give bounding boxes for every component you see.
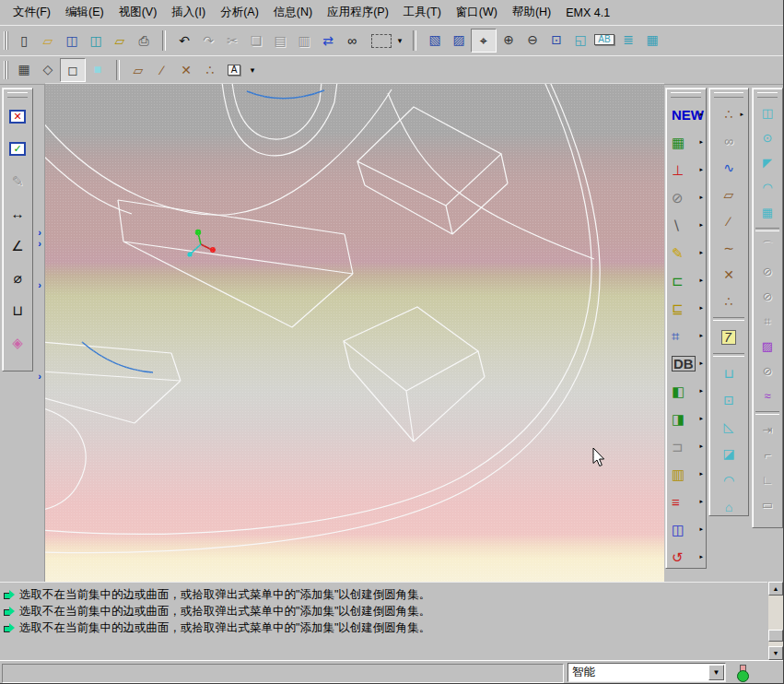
save-button[interactable]: ◫ bbox=[60, 29, 84, 52]
zoom-out-button[interactable]: ⊖ bbox=[521, 29, 544, 51]
toolbar-gripper[interactable] bbox=[671, 92, 701, 98]
line-button[interactable]: ∕ bbox=[712, 207, 745, 234]
emx-modify-standard-button[interactable]: ◧▸ bbox=[667, 377, 705, 405]
menu-item[interactable]: 帮助(H) bbox=[505, 3, 558, 22]
zoom-in-button[interactable]: ⊕ bbox=[497, 29, 521, 51]
flyout-arrow-icon[interactable]: ▸ bbox=[699, 553, 703, 560]
print-button[interactable]: ⎙ bbox=[132, 29, 156, 52]
refresh-list-button[interactable]: ⇄ bbox=[316, 29, 340, 52]
parting-surface-button[interactable]: ≈ bbox=[755, 383, 780, 408]
flyout-arrow-icon[interactable]: ▸ bbox=[699, 442, 703, 450]
flyout-arrow-icon[interactable]: ▸ bbox=[699, 221, 703, 229]
measure-diameter-button[interactable]: ⌀ bbox=[5, 262, 30, 294]
annotation-button[interactable]: 7 bbox=[712, 324, 745, 350]
emx-moldbase-query-button[interactable]: ▥▸ bbox=[667, 460, 705, 488]
pocket-button[interactable]: ⊔ bbox=[712, 360, 745, 386]
menu-item[interactable]: 分析(A) bbox=[213, 3, 266, 22]
shaded-button[interactable]: ■ bbox=[86, 58, 110, 80]
measure-body-button[interactable]: ◈ bbox=[5, 326, 30, 359]
wireframe-button[interactable]: ◇ bbox=[36, 58, 60, 80]
zoom-window-button[interactable]: ⊡ bbox=[544, 29, 568, 51]
toolbar-gripper[interactable] bbox=[714, 92, 743, 98]
flyout-arrow-icon[interactable]: ▸ bbox=[699, 387, 703, 395]
emx-ejector-assembly-button[interactable]: ⊑▸ bbox=[667, 294, 705, 322]
emx-new-project-button[interactable]: NEW▸ bbox=[667, 100, 705, 128]
bounded-plane-button[interactable]: ◫ bbox=[755, 100, 780, 125]
emx-moldbase-button[interactable]: ▦▸ bbox=[667, 128, 705, 156]
menu-item[interactable]: EMX 4.1 bbox=[558, 5, 617, 21]
display-options-dropdown[interactable]: ▾ bbox=[246, 59, 259, 81]
visualize-button[interactable]: ▧ bbox=[423, 29, 447, 51]
chamfer-button[interactable]: ◪ bbox=[712, 440, 745, 466]
menu-item[interactable]: 文件(F) bbox=[6, 3, 58, 22]
scroll-down-button[interactable]: ▼ bbox=[768, 646, 783, 660]
confirm-button[interactable]: ✓ bbox=[5, 133, 30, 165]
measure-distance-button[interactable]: ↔ bbox=[5, 197, 30, 230]
menu-item[interactable]: 窗口(W) bbox=[449, 3, 505, 22]
datum-visibility-button[interactable]: ✕ bbox=[174, 59, 198, 81]
sketch-display-button[interactable]: ▨ bbox=[447, 29, 471, 51]
toolbar-gripper[interactable] bbox=[7, 92, 28, 98]
flyout-arrow-icon[interactable]: ▸ bbox=[699, 470, 703, 478]
boss-button[interactable]: ⊡ bbox=[712, 386, 745, 413]
snap-point-button[interactable]: ⌖ bbox=[471, 29, 497, 53]
spline-button[interactable]: ∿ bbox=[712, 154, 745, 181]
scroll-up-button[interactable]: ▲ bbox=[768, 582, 783, 596]
measure-section-button[interactable]: ⊔ bbox=[5, 294, 30, 326]
extend-sheet-button[interactable]: ◤ bbox=[755, 150, 780, 175]
flyout-arrow-icon[interactable]: ▸ bbox=[699, 360, 703, 367]
toolbar-gripper[interactable] bbox=[757, 92, 778, 98]
flyout-arrow-icon[interactable]: ▸ bbox=[699, 332, 703, 339]
menu-item[interactable]: 编辑(E) bbox=[58, 3, 111, 22]
mirror-body-button[interactable]: ⊙ bbox=[755, 125, 780, 150]
point-tool-button[interactable]: ∴▸ bbox=[712, 100, 745, 127]
emx-database-button[interactable]: DB▸ bbox=[667, 349, 705, 377]
snapshot-button[interactable]: ▦ bbox=[640, 29, 664, 51]
emx-component-status-button[interactable]: ⊐▸ bbox=[667, 432, 705, 460]
toolbar-gripper[interactable] bbox=[4, 61, 8, 79]
dropdown-arrow-icon[interactable]: ▼ bbox=[708, 665, 724, 680]
rectangle-button[interactable]: ▱ bbox=[712, 181, 745, 207]
emx-locating-screw-button[interactable]: ⊘▸ bbox=[667, 183, 705, 211]
message-scrollbar[interactable]: ▲ ▼ bbox=[768, 582, 783, 660]
flyout-arrow-icon[interactable]: ▸ bbox=[740, 111, 743, 118]
undo-button[interactable]: ↶ bbox=[172, 29, 196, 52]
new-file-button[interactable]: ▯ bbox=[12, 29, 36, 52]
emx-cooling-button[interactable]: ↺▸ bbox=[667, 543, 705, 571]
trim-corner-button[interactable]: ◺ bbox=[712, 413, 745, 440]
toolbar-gripper[interactable] bbox=[4, 31, 8, 50]
flyout-arrow-icon[interactable]: ▸ bbox=[699, 194, 703, 201]
selection-filter-button[interactable] bbox=[369, 29, 393, 52]
flyout-arrow-icon[interactable]: ▸ bbox=[699, 249, 703, 256]
open-button[interactable]: ▱ bbox=[36, 29, 60, 52]
selection-filter-dropdown[interactable]: ▾ bbox=[393, 29, 406, 52]
emx-position-list-button[interactable]: ≡▸ bbox=[667, 488, 705, 515]
measure-angle-button[interactable]: ∠ bbox=[5, 230, 30, 262]
wireframe-hidden-edges-button[interactable]: ▦ bbox=[12, 58, 36, 80]
text-display-button[interactable]: A bbox=[222, 59, 246, 81]
point-on-face-button[interactable]: ∴ bbox=[712, 288, 745, 314]
toolbar-expand-chevron[interactable]: › bbox=[35, 279, 44, 290]
curved-sheet-button[interactable]: ◠ bbox=[755, 175, 780, 200]
graphics-viewport[interactable] bbox=[44, 83, 664, 582]
dome-button[interactable]: ⌂ bbox=[712, 493, 745, 520]
cancel-button[interactable]: ✕ bbox=[5, 100, 30, 133]
point-visibility-button[interactable]: ∴ bbox=[198, 59, 222, 81]
named-view-button[interactable]: AB bbox=[592, 29, 616, 51]
emx-runner-button[interactable]: ◫▸ bbox=[667, 515, 705, 543]
find-button[interactable]: ∞ bbox=[340, 29, 364, 52]
flyout-arrow-icon[interactable]: ▸ bbox=[699, 111, 703, 118]
datum-axis-button[interactable]: ✕ bbox=[712, 261, 745, 288]
menu-item[interactable]: 工具(T) bbox=[396, 3, 449, 22]
flyout-arrow-icon[interactable]: ▸ bbox=[699, 138, 703, 146]
curve-button[interactable]: ∼ bbox=[712, 234, 745, 261]
sheet-visibility-button[interactable]: ▱ bbox=[126, 59, 150, 81]
curve-visibility-button[interactable]: ∕ bbox=[150, 59, 174, 81]
layer-settings-button[interactable]: ≣ bbox=[616, 29, 640, 51]
toolbar-expand-chevron[interactable]: › bbox=[35, 227, 44, 238]
orient-view-button[interactable]: ◱ bbox=[568, 29, 592, 51]
flyout-arrow-icon[interactable]: ▸ bbox=[699, 277, 703, 284]
flyout-arrow-icon[interactable]: ▸ bbox=[699, 166, 703, 173]
selection-mode-dropdown[interactable]: 智能 ▼ bbox=[568, 663, 726, 682]
emx-ejector-button[interactable]: ⊏▸ bbox=[667, 266, 705, 294]
